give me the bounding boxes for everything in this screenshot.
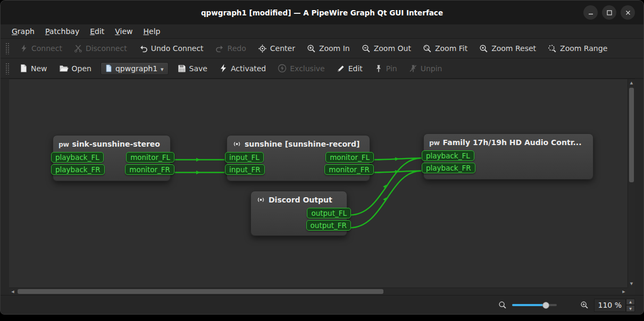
port-input[interactable]: playback_FL xyxy=(51,152,104,163)
pin-button[interactable]: Pin xyxy=(369,58,403,78)
port-output[interactable]: output_FL xyxy=(307,208,351,218)
menu-edit[interactable]: Edit xyxy=(85,26,109,37)
scroll-left-icon[interactable]: ◀ xyxy=(9,288,16,295)
toolbar-grip[interactable] xyxy=(5,63,9,74)
node-header[interactable]: Family 17h/19h HD Audio Contr... xyxy=(424,134,593,147)
activated-bolt-icon xyxy=(219,64,228,73)
node-header[interactable]: Discord Output xyxy=(251,191,347,204)
node-sunshine[interactable]: sunshine [sunshine-record] input_FL inpu… xyxy=(227,135,370,181)
node-title: Family 17h/19h HD Audio Contr... xyxy=(443,138,582,147)
graph-canvas[interactable]: sink-sunshine-stereo playback_FL playbac… xyxy=(9,79,628,288)
pin-icon xyxy=(374,64,383,73)
maximize-icon xyxy=(606,10,613,16)
pipewire-icon xyxy=(58,140,69,148)
port-input[interactable]: playback_FR xyxy=(51,164,105,175)
port-input[interactable]: playback_FR xyxy=(422,163,475,173)
pipewire-icon xyxy=(429,138,440,147)
zoom-fit-button[interactable]: Zoom Fit xyxy=(417,39,473,58)
node-sink-sunshine-stereo[interactable]: sink-sunshine-stereo playback_FL playbac… xyxy=(53,135,171,181)
horizontal-scrollbar[interactable]: ◀ ▶ xyxy=(9,288,628,295)
exclusive-icon xyxy=(278,64,287,73)
unpin-button[interactable]: Unpin xyxy=(403,58,448,78)
port-output[interactable]: monitor_FL xyxy=(325,152,374,163)
open-button[interactable]: Open xyxy=(53,58,97,78)
zoom-in-icon xyxy=(307,44,316,53)
patchbay-file-icon xyxy=(105,64,112,72)
undo-connect-button[interactable]: Undo Connect xyxy=(133,39,210,58)
node-title: Discord Output xyxy=(269,196,332,204)
chevron-down-icon xyxy=(161,64,164,73)
menu-graph[interactable]: Graph xyxy=(7,26,39,37)
zoom-in-button[interactable]: Zoom In xyxy=(301,39,356,58)
exclusive-toggle[interactable]: Exclusive xyxy=(272,58,330,78)
connection-layer xyxy=(9,79,628,288)
spin-up-icon[interactable]: ▲ xyxy=(626,299,635,306)
scroll-up-icon[interactable]: ▲ xyxy=(628,79,635,87)
zoom-fit-icon xyxy=(423,44,432,53)
titlebar[interactable]: qpwgraph1 [modified] — A PipeWire Graph … xyxy=(1,1,643,24)
menu-help[interactable]: Help xyxy=(139,26,165,37)
minimize-button[interactable] xyxy=(583,5,598,20)
close-icon xyxy=(625,10,631,16)
patchbay-select[interactable]: qpwgraph1 xyxy=(101,62,169,75)
port-input[interactable]: playback_FL xyxy=(422,150,474,161)
menu-view[interactable]: View xyxy=(110,26,137,37)
node-title: sink-sunshine-stereo xyxy=(72,140,160,148)
zoom-out-button[interactable]: Zoom Out xyxy=(356,39,417,58)
spin-down-icon[interactable]: ▼ xyxy=(626,305,635,312)
activated-toggle[interactable]: Activated xyxy=(213,58,272,78)
menu-patchbay[interactable]: Patchbay xyxy=(40,26,84,37)
zoom-value[interactable]: 110 % xyxy=(594,299,626,312)
new-file-icon xyxy=(20,64,28,73)
node-header[interactable]: sunshine [sunshine-record] xyxy=(227,136,370,148)
scroll-down-icon[interactable]: ▼ xyxy=(628,280,635,288)
redo-button[interactable]: Redo xyxy=(210,39,252,58)
slider-handle[interactable] xyxy=(542,302,549,309)
port-input[interactable]: input_FR xyxy=(225,164,265,175)
app-window: qpwgraph1 [modified] — A PipeWire Graph … xyxy=(0,0,644,315)
patchbay-select-value: qpwgraph1 xyxy=(115,64,157,73)
save-button[interactable]: Save xyxy=(172,58,213,78)
center-icon xyxy=(258,44,267,53)
vertical-scroll-thumb[interactable] xyxy=(629,88,634,182)
zoom-range-icon xyxy=(548,44,557,53)
node-header[interactable]: sink-sunshine-stereo xyxy=(53,136,170,148)
zoom-out-icon xyxy=(498,301,507,309)
zoom-reset-button[interactable]: Zoom Reset xyxy=(473,39,542,58)
edit-toggle[interactable]: Edit xyxy=(331,58,369,78)
zoom-slider[interactable] xyxy=(512,301,557,309)
application-icon xyxy=(232,140,241,148)
disconnect-button[interactable]: Disconnect xyxy=(68,39,133,58)
scrollbar-corner xyxy=(628,288,635,295)
close-button[interactable] xyxy=(621,5,635,20)
scroll-right-icon[interactable]: ▶ xyxy=(620,288,628,295)
toolbar-patchbay: New Open qpwgraph1 Save xyxy=(1,58,643,79)
zoom-spinbox[interactable]: 110 % ▲ ▼ xyxy=(594,299,635,312)
node-discord-output[interactable]: Discord Output output_FL output_FR xyxy=(250,191,347,236)
port-output[interactable]: output_FR xyxy=(306,220,351,231)
menubar: Graph Patchbay Edit View Help xyxy=(1,24,643,39)
center-button[interactable]: Center xyxy=(252,39,301,58)
new-button[interactable]: New xyxy=(14,58,53,78)
unpin-icon xyxy=(409,64,417,73)
port-output[interactable]: monitor_FL xyxy=(126,152,174,163)
toolbar-grip[interactable] xyxy=(5,43,9,54)
save-icon xyxy=(178,64,186,73)
zoom-out-icon xyxy=(362,44,371,53)
connect-icon xyxy=(20,44,28,53)
node-family-hd-audio[interactable]: Family 17h/19h HD Audio Contr... playbac… xyxy=(423,133,593,180)
port-output[interactable]: monitor_FR xyxy=(125,164,174,175)
edit-pencil-icon xyxy=(337,64,345,73)
toolbar-graph: Connect Disconnect Undo Connect Red xyxy=(1,39,643,58)
zoom-range-button[interactable]: Zoom Range xyxy=(542,39,613,58)
slider-fill xyxy=(512,304,546,306)
window-title: qpwgraph1 [modified] — A PipeWire Graph … xyxy=(201,9,443,17)
connect-button[interactable]: Connect xyxy=(14,39,68,58)
zoom-in-icon xyxy=(580,301,589,309)
vertical-scrollbar[interactable]: ▲ ▼ xyxy=(628,79,635,288)
port-input[interactable]: input_FL xyxy=(225,152,264,163)
port-output[interactable]: monitor_FR xyxy=(324,164,374,175)
statusbar: 110 % ▲ ▼ xyxy=(1,295,643,315)
horizontal-scroll-thumb[interactable] xyxy=(18,289,383,294)
maximize-button[interactable] xyxy=(602,5,616,20)
